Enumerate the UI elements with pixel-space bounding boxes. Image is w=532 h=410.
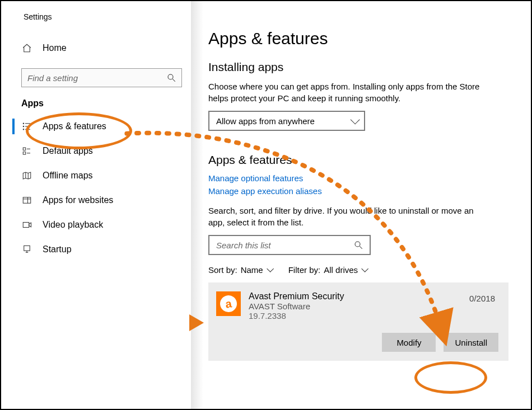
svg-point-0 [168,74,173,79]
websites-icon [21,195,32,206]
svg-rect-17 [24,246,30,251]
nav-home[interactable]: Home [12,38,191,58]
svg-point-20 [355,242,360,247]
search-settings-input[interactable] [26,73,166,83]
list-icon [21,121,32,132]
nav-home-label: Home [43,43,67,53]
filter-label: Filter by: [288,265,321,275]
svg-point-5 [23,123,24,124]
install-source-value: Allow apps from anywhere [216,116,315,126]
svg-line-1 [172,79,175,82]
filter-value: All drives [324,265,358,275]
app-name: Avast Premium Security [249,291,498,301]
search-settings[interactable] [21,68,182,87]
chevron-down-icon [267,265,274,272]
app-install-date: 0/2018 [469,294,495,303]
install-source-dropdown[interactable]: Allow apps from anywhere [208,111,365,131]
link-manage-optional-features[interactable]: Manage optional features [208,173,508,183]
map-icon [21,170,32,181]
page-title: Apps & features [208,29,508,48]
search-apps[interactable] [208,235,371,255]
search-icon [166,72,177,83]
sidebar-item-label: Offline maps [43,171,93,181]
search-desc: Search, sort, and filter by drive. If yo… [208,205,488,228]
search-icon [353,239,364,251]
modify-button[interactable]: Modify [382,333,436,352]
app-publisher: AVAST Software [249,301,498,311]
sort-value: Name [241,265,263,275]
svg-rect-8 [23,148,26,150]
svg-rect-9 [23,152,26,155]
search-apps-input[interactable] [215,240,353,251]
startup-icon [21,244,32,255]
svg-line-21 [360,246,362,249]
chevron-down-icon [361,265,368,272]
sidebar-item-apps-websites[interactable]: Apps for websites [12,188,191,213]
link-manage-execution-aliases[interactable]: Manage app execution aliases [208,186,508,196]
filter-by-picker[interactable]: Filter by: All drives [288,265,366,275]
apps-features-heading: Apps & features [208,153,508,167]
avast-app-icon: a [216,291,241,316]
video-icon [21,219,32,230]
sidebar-item-label: Default apps [43,146,93,156]
svg-rect-15 [23,223,29,228]
app-version: 19.7.2338 [249,311,498,321]
defaults-icon [21,145,32,157]
sidebar-item-startup[interactable]: Startup [12,237,191,262]
sidebar: Settings Home Apps Apps & features [1,1,192,409]
installing-apps-heading: Installing apps [208,60,508,74]
svg-point-7 [23,129,24,130]
home-icon [21,43,32,54]
sidebar-item-apps-features[interactable]: Apps & features [12,114,191,139]
sidebar-item-default-apps[interactable]: Default apps [12,139,191,163]
sidebar-item-label: Apps & features [43,121,106,131]
uninstall-button[interactable]: Uninstall [444,333,498,352]
sidebar-item-video-playback[interactable]: Video playback [12,213,191,237]
sidebar-item-label: Apps for websites [43,195,113,205]
sidebar-item-label: Video playback [43,220,103,230]
sort-label: Sort by: [208,265,237,275]
svg-marker-16 [29,223,31,227]
sidebar-item-label: Startup [43,244,72,255]
svg-rect-14 [23,197,31,204]
installing-apps-desc: Choose where you can get apps from. Inst… [208,81,488,104]
app-list-item-selected[interactable]: a Avast Premium Security AVAST Software … [208,282,508,361]
sort-by-picker[interactable]: Sort by: Name [208,265,272,275]
svg-point-6 [23,126,24,127]
sidebar-item-offline-maps[interactable]: Offline maps [12,163,191,188]
window-title: Settings [12,1,191,38]
sidebar-section-label: Apps [12,98,191,114]
chevron-down-icon [351,115,360,124]
main-panel: Apps & features Installing apps Choose w… [192,1,531,409]
